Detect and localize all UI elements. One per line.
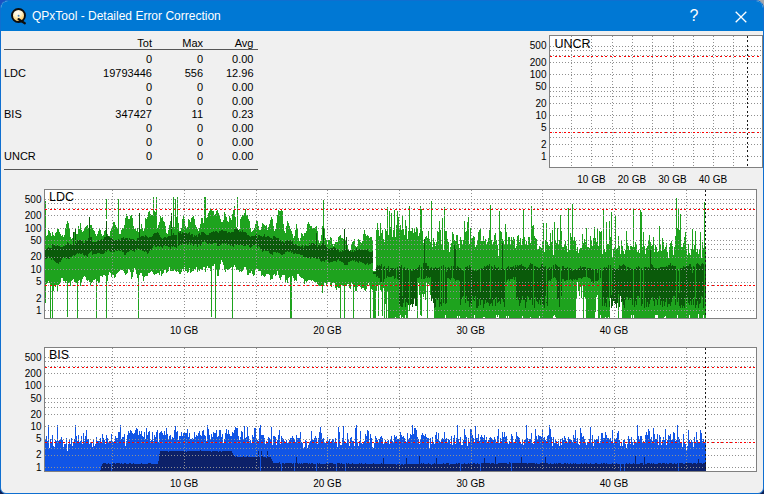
svg-text:5: 5 bbox=[36, 433, 42, 444]
svg-text:20 GB: 20 GB bbox=[313, 478, 342, 489]
svg-text:20 GB: 20 GB bbox=[313, 325, 342, 336]
svg-text:1: 1 bbox=[36, 462, 42, 473]
svg-text:BIS: BIS bbox=[49, 348, 69, 362]
svg-text:200: 200 bbox=[25, 210, 42, 221]
svg-text:10 GB: 10 GB bbox=[577, 174, 606, 185]
svg-text:30 GB: 30 GB bbox=[658, 174, 687, 185]
svg-text:200: 200 bbox=[25, 368, 42, 379]
svg-text:UNCR: UNCR bbox=[555, 37, 591, 51]
svg-text:500: 500 bbox=[25, 352, 42, 363]
svg-text:500: 500 bbox=[25, 194, 42, 205]
svg-text:500: 500 bbox=[530, 40, 547, 51]
svg-text:10: 10 bbox=[30, 264, 42, 275]
svg-text:2: 2 bbox=[36, 293, 42, 304]
svg-text:20: 20 bbox=[30, 251, 42, 262]
svg-text:40 GB: 40 GB bbox=[600, 325, 629, 336]
svg-text:50: 50 bbox=[535, 81, 547, 92]
svg-text:2: 2 bbox=[36, 449, 42, 460]
svg-text:5: 5 bbox=[541, 122, 547, 133]
svg-text:50: 50 bbox=[30, 235, 42, 246]
svg-text:100: 100 bbox=[530, 69, 547, 80]
svg-text:200: 200 bbox=[530, 57, 547, 68]
svg-text:5: 5 bbox=[36, 276, 42, 287]
svg-text:10: 10 bbox=[535, 110, 547, 121]
svg-text:LDC: LDC bbox=[49, 190, 74, 204]
svg-text:10: 10 bbox=[30, 421, 42, 432]
svg-text:40 GB: 40 GB bbox=[699, 174, 728, 185]
svg-text:100: 100 bbox=[25, 380, 42, 391]
svg-text:30 GB: 30 GB bbox=[457, 478, 486, 489]
svg-text:10 GB: 10 GB bbox=[170, 325, 199, 336]
svg-text:1: 1 bbox=[36, 305, 42, 316]
svg-text:20: 20 bbox=[30, 409, 42, 420]
svg-text:100: 100 bbox=[25, 223, 42, 234]
svg-text:50: 50 bbox=[30, 393, 42, 404]
svg-text:2: 2 bbox=[541, 139, 547, 150]
svg-text:1: 1 bbox=[541, 151, 547, 162]
svg-text:20 GB: 20 GB bbox=[618, 174, 647, 185]
svg-text:10 GB: 10 GB bbox=[170, 478, 199, 489]
svg-text:30 GB: 30 GB bbox=[457, 325, 486, 336]
svg-text:40 GB: 40 GB bbox=[600, 478, 629, 489]
svg-text:20: 20 bbox=[535, 98, 547, 109]
